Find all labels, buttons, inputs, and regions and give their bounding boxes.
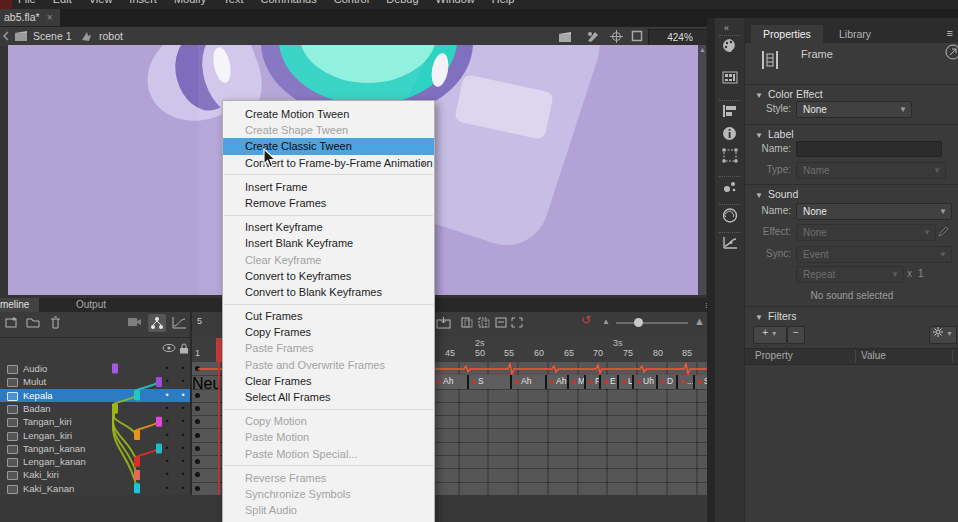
menubar-item-debug[interactable]: Debug — [386, 0, 418, 5]
scroll-up-icon[interactable]: ▲ — [699, 46, 706, 53]
collapse-panels-icon[interactable]: « — [724, 23, 729, 33]
document-tab[interactable]: ab5.fla*× — [0, 9, 60, 26]
center-frame-icon[interactable] — [436, 316, 451, 329]
menu-item-reverse-frames: Reverse Frames — [223, 470, 434, 486]
lipsync-segment[interactable]: Uh — [632, 375, 659, 388]
panel-menu-icon[interactable]: ≡ — [947, 27, 953, 39]
menubar-item-commands[interactable]: Commands — [260, 0, 316, 5]
panel-gutter — [707, 18, 714, 522]
help-circle-icon[interactable] — [945, 44, 958, 60]
chevron-down-icon: ▼ — [946, 330, 953, 337]
camera-icon[interactable] — [127, 316, 142, 327]
menu-item-create-classic-tween[interactable]: Create Classic Tween — [223, 138, 434, 154]
timeline-tab-output[interactable]: Output — [66, 298, 116, 312]
info-panel-icon[interactable] — [722, 126, 737, 141]
menubar-item-text[interactable]: Text — [223, 0, 243, 5]
layer-name: Kepala — [23, 389, 53, 402]
menu-item-create-motion-tween[interactable]: Create Motion Tween — [223, 106, 434, 122]
edit-symbols-icon[interactable] — [586, 30, 600, 43]
panel-tab-library[interactable]: Library — [827, 25, 883, 43]
sound-name-dropdown[interactable]: None▼ — [796, 203, 952, 220]
frame-object-icon — [761, 50, 779, 70]
menu-separator — [224, 465, 433, 466]
zoom-in-frames-icon[interactable]: ▲ — [694, 315, 705, 327]
ruler-frame-number: 65 — [564, 348, 574, 358]
timeline-zoom-slider-knob[interactable] — [634, 318, 643, 327]
center-stage-icon[interactable] — [610, 30, 623, 43]
sound-effect-dropdown: None▼ — [796, 224, 936, 241]
frame-picker-icon[interactable] — [722, 71, 738, 84]
section-sound[interactable]: ▼Sound — [755, 188, 798, 200]
modify-markers-icon[interactable] — [511, 316, 523, 329]
filter-options-button[interactable]: ▼ — [929, 326, 957, 344]
lipsync-label: Ah — [443, 376, 453, 386]
onion-skin-outlines-icon[interactable] — [478, 316, 490, 329]
menu-separator — [224, 215, 433, 216]
menu-item-convert-to-keyframes[interactable]: Convert to Keyframes — [223, 268, 434, 284]
menubar-item-file[interactable]: File — [18, 0, 36, 5]
close-tab-icon[interactable]: × — [47, 12, 53, 23]
motion-editor-icon[interactable] — [172, 316, 187, 329]
lipsync-segment[interactable]: Ah — [510, 375, 548, 388]
new-layer-icon[interactable] — [5, 316, 18, 329]
menubar-item-control[interactable]: Control — [334, 0, 369, 5]
menubar-item-modify[interactable]: Modify — [174, 0, 206, 5]
zoom-out-frames-icon[interactable]: ▲ — [602, 317, 610, 326]
breadcrumb-scene[interactable]: Scene 1 — [33, 27, 72, 46]
stage-zoom-select[interactable]: 424% ▼ — [648, 29, 712, 46]
menu-item-select-all-frames[interactable]: Select All Frames — [223, 389, 434, 405]
label-name-label: Name: — [745, 143, 791, 154]
layer-name: Badan — [23, 402, 50, 415]
menubar-item-help[interactable]: Help — [492, 0, 515, 5]
color-palette-icon[interactable] — [722, 38, 738, 53]
menu-item-convert-to-frame-by-frame-animation[interactable]: Convert to Frame-by-Frame Animation› — [223, 155, 434, 171]
menu-item-insert-blank-keyframe[interactable]: Insert Blank Keyframe — [223, 235, 434, 251]
playhead-line[interactable] — [218, 362, 220, 495]
panel-tab-properties[interactable]: Properties — [751, 25, 823, 43]
section-label[interactable]: ▼Label — [755, 128, 794, 140]
visibility-eye-icon[interactable] — [162, 343, 176, 353]
menu-item-clear-frames[interactable]: Clear Frames — [223, 373, 434, 389]
creative-cloud-icon[interactable] — [722, 208, 738, 223]
clip-content-icon[interactable] — [631, 30, 643, 42]
add-filter-button[interactable]: + ▼ — [753, 326, 787, 344]
reset-timeline-zoom-icon[interactable]: ↺ — [581, 313, 591, 327]
menubar-item-view[interactable]: View — [89, 0, 113, 5]
section-filters[interactable]: ▼Filters — [755, 310, 797, 322]
menubar-item-edit[interactable]: Edit — [53, 0, 72, 5]
lipsync-segment[interactable]: S — [467, 375, 513, 388]
menu-item-convert-to-blank-keyframes[interactable]: Convert to Blank Keyframes — [223, 284, 434, 300]
transform-panel-icon[interactable] — [722, 148, 738, 163]
keyframe-dot — [195, 446, 200, 451]
lipsync-segment[interactable]: Neutral — [192, 375, 220, 388]
menu-item-insert-keyframe[interactable]: Insert Keyframe — [223, 219, 434, 235]
lock-icon[interactable] — [179, 343, 189, 354]
edit-scene-icon[interactable] — [558, 30, 573, 43]
edit-multiple-frames-icon[interactable] — [495, 316, 507, 329]
particles-panel-icon[interactable] — [722, 180, 738, 194]
layer-parenting-toggle[interactable] — [148, 314, 166, 332]
new-folder-icon[interactable] — [26, 316, 40, 328]
back-arrow-icon[interactable] — [2, 30, 10, 42]
remove-filter-button[interactable]: − — [787, 326, 805, 344]
animate-logo-icon[interactable] — [0, 0, 12, 9]
style-dropdown[interactable]: None▼ — [796, 101, 912, 118]
keyframe-dot — [661, 380, 665, 384]
onion-skin-icon[interactable] — [461, 316, 473, 329]
breadcrumb-symbol[interactable]: robot — [99, 27, 123, 46]
lipsync-segment[interactable]: Ah — [432, 375, 470, 388]
timeline-zoom-slider[interactable] — [616, 322, 688, 324]
menu-item-cut-frames[interactable]: Cut Frames — [223, 308, 434, 324]
menubar-item-insert[interactable]: Insert — [129, 0, 157, 5]
section-color-effect[interactable]: ▼Color Effect — [755, 88, 823, 100]
stage-vertical-scrollbar[interactable]: ▲ — [698, 45, 706, 295]
menu-item-remove-frames[interactable]: Remove Frames — [223, 195, 434, 211]
align-panel-icon[interactable] — [722, 104, 738, 118]
menubar-item-window[interactable]: Window — [436, 0, 475, 5]
timeline-tab-timeline[interactable]: Timeline — [0, 298, 39, 312]
menu-item-insert-frame[interactable]: Insert Frame — [223, 179, 434, 195]
menu-item-copy-frames[interactable]: Copy Frames — [223, 324, 434, 340]
motion-graph-panel-icon[interactable] — [722, 236, 738, 250]
delete-layer-icon[interactable] — [50, 316, 61, 329]
label-name-input[interactable] — [796, 141, 942, 157]
